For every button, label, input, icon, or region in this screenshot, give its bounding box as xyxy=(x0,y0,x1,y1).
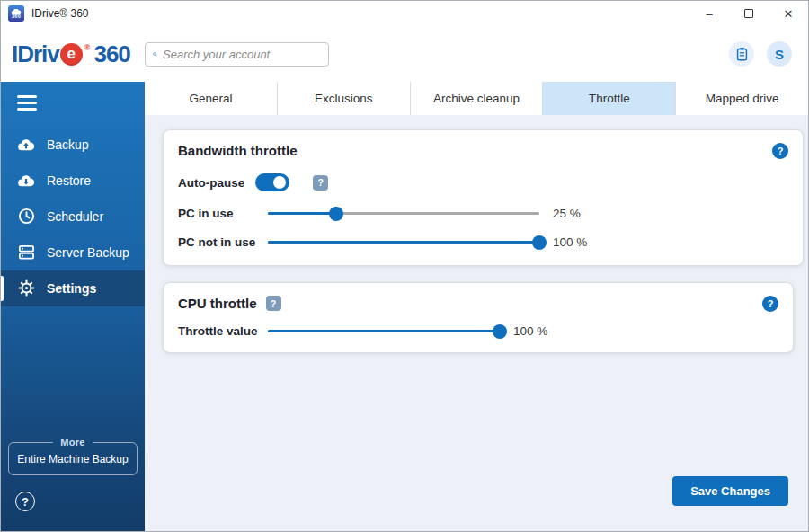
slider-thumb[interactable] xyxy=(532,235,547,250)
sidebar-help-button[interactable]: ? xyxy=(15,492,35,511)
clock-icon xyxy=(17,208,35,226)
cpu-throttle-card: CPU throttle ? ? Throttle value 100 % xyxy=(163,282,794,353)
minimize-icon: – xyxy=(706,7,712,21)
logo-registered-mark: ® xyxy=(84,43,91,52)
slider-thumb[interactable] xyxy=(329,207,343,221)
sidebar-item-label: Backup xyxy=(47,137,89,152)
bandwidth-throttle-card: Bandwidth throttle ? Auto-pause ? PC in … xyxy=(163,129,804,266)
sidebar-item-restore[interactable]: Restore xyxy=(1,163,145,199)
header-actions: S xyxy=(729,41,808,66)
slider-thumb[interactable] xyxy=(493,324,507,339)
idrive-logo: IDriv e ® 360 xyxy=(1,40,145,68)
tab-general[interactable]: General xyxy=(145,82,278,115)
window-controls: – ✕ xyxy=(689,1,808,26)
question-mark-icon: ? xyxy=(22,495,29,509)
main-content: General Exclusions Archive cleanup Throt… xyxy=(145,82,808,531)
sidebar-spacer xyxy=(1,306,145,437)
tab-mapped-drive[interactable]: Mapped drive xyxy=(676,82,808,115)
sidebar-nav: Backup Restore xyxy=(1,127,145,306)
sidebar-item-server-backup[interactable]: Server Backup xyxy=(1,235,145,270)
gear-icon xyxy=(17,279,35,297)
app-window: 360 IDrive® 360 – ✕ IDriv e ® 360 xyxy=(0,0,809,532)
search-icon xyxy=(153,48,157,61)
body-row: Backup Restore xyxy=(1,82,808,531)
cloud-download-icon xyxy=(17,172,35,190)
throttle-value-row: Throttle value 100 % xyxy=(178,324,778,338)
logo-text-left: IDriv xyxy=(12,40,59,68)
auto-pause-help-button[interactable]: ? xyxy=(313,175,328,191)
entire-machine-backup-button[interactable]: Entire Machine Backup xyxy=(13,453,133,466)
cpu-throttle-title: CPU throttle ? xyxy=(178,296,281,311)
sidebar-item-settings[interactable]: Settings xyxy=(1,270,145,306)
pc-in-use-slider[interactable] xyxy=(268,212,539,215)
auto-pause-toggle[interactable] xyxy=(255,173,289,191)
server-icon xyxy=(17,244,35,262)
tab-exclusions[interactable]: Exclusions xyxy=(278,82,411,115)
app-icon: 360 xyxy=(8,5,24,22)
sidebar-item-label: Server Backup xyxy=(47,245,129,260)
pc-not-in-use-label: PC not in use xyxy=(178,235,268,249)
save-changes-button[interactable]: Save Changes xyxy=(672,476,788,506)
pc-not-in-use-row: PC not in use 100 % xyxy=(178,235,788,249)
maximize-icon xyxy=(744,9,753,18)
menu-toggle-button[interactable] xyxy=(17,95,39,111)
throttle-value-slider[interactable] xyxy=(268,330,500,332)
tab-archive-cleanup[interactable]: Archive cleanup xyxy=(411,82,544,115)
more-section: More Entire Machine Backup xyxy=(8,437,138,475)
settings-tab-bar: General Exclusions Archive cleanup Throt… xyxy=(145,82,808,115)
more-label: More xyxy=(53,437,92,448)
account-search[interactable] xyxy=(145,42,329,66)
pc-in-use-value: 25 % xyxy=(553,207,581,220)
avatar[interactable]: S xyxy=(767,41,792,66)
minimize-button[interactable]: – xyxy=(689,1,729,26)
pc-in-use-row: PC in use 25 % xyxy=(178,207,788,220)
activity-log-button[interactable] xyxy=(729,41,754,66)
app-header: IDriv e ® 360 S xyxy=(1,26,808,82)
auto-pause-row: Auto-pause ? xyxy=(178,173,788,191)
search-input[interactable] xyxy=(163,48,321,61)
throttle-panel: Bandwidth throttle ? Auto-pause ? PC in … xyxy=(145,115,808,531)
throttle-value-label: Throttle value xyxy=(178,324,268,338)
sidebar-item-label: Scheduler xyxy=(47,209,103,224)
sidebar-item-label: Restore xyxy=(47,173,91,188)
auto-pause-label: Auto-pause xyxy=(178,176,244,190)
slider-fill xyxy=(268,241,539,244)
logo-e-badge: e xyxy=(60,43,83,66)
close-button[interactable]: ✕ xyxy=(769,1,808,26)
logo-text-right: 360 xyxy=(93,40,129,68)
hamburger-icon xyxy=(17,95,37,98)
window-title: IDrive® 360 xyxy=(31,7,89,20)
sidebar: Backup Restore xyxy=(1,82,145,531)
cpu-help-button[interactable]: ? xyxy=(762,296,778,312)
cpu-throttle-title-help-button[interactable]: ? xyxy=(266,296,281,311)
toggle-knob-icon xyxy=(273,176,286,189)
maximize-button[interactable] xyxy=(729,1,769,26)
sidebar-item-scheduler[interactable]: Scheduler xyxy=(1,199,145,235)
bandwidth-help-button[interactable]: ? xyxy=(772,143,788,159)
slider-fill xyxy=(268,330,500,332)
throttle-value-display: 100 % xyxy=(513,324,547,338)
clipboard-icon xyxy=(735,47,749,61)
pc-in-use-label: PC in use xyxy=(178,207,268,220)
slider-fill xyxy=(268,212,336,215)
pc-not-in-use-value: 100 % xyxy=(553,235,587,249)
sidebar-item-backup[interactable]: Backup xyxy=(1,127,145,163)
cloud-upload-icon xyxy=(17,136,35,154)
title-bar: 360 IDrive® 360 – ✕ xyxy=(1,1,808,26)
tab-throttle[interactable]: Throttle xyxy=(543,82,676,115)
app-icon-360-label: 360 xyxy=(12,14,21,19)
sidebar-item-label: Settings xyxy=(47,281,96,296)
bandwidth-throttle-title: Bandwidth throttle xyxy=(178,143,297,158)
close-icon: ✕ xyxy=(784,7,794,21)
pc-not-in-use-slider[interactable] xyxy=(268,241,539,244)
